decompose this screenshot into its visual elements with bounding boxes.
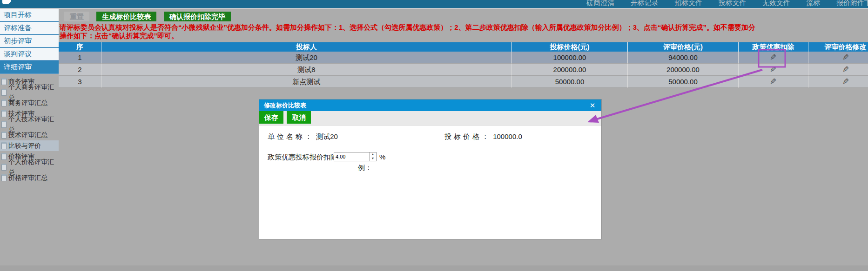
spinner-up-icon[interactable]: ▲ [370, 152, 376, 157]
clipboard-icon [1, 110, 7, 117]
modify-price-comparison-dialog: 修改标价比较表 ✕ 保存 取消 单位名称： 测试20 投标价格： 100000.… [259, 99, 602, 239]
sidebar-sub-compare-evaluate[interactable]: 比较与评价 [0, 140, 59, 151]
edit-review-price-icon[interactable]: ✎ [842, 52, 849, 64]
clipboard-icon [1, 132, 7, 139]
col-review-price-modify: 评审价格修改 [808, 42, 868, 52]
sidebar-item-preliminary-review[interactable]: 初步评审 [0, 35, 59, 48]
unit-name-field: 单位名称： 测试20 [268, 132, 338, 141]
menu-bid-documents[interactable]: 投标文件 [719, 0, 747, 7]
dialog-body: 单位名称： 测试20 投标价格： 100000.0 政策优惠投标报价扣除比 例：… [259, 125, 601, 239]
col-bidder: 投标人 [101, 42, 512, 52]
table-row[interactable]: 2 测试8 200000.00 200000.00 ✎ ✎ [59, 64, 868, 76]
top-bar: 磋商澄清 开标记录 招标文件 投标文件 无效文件 流标 报价附件下载 [0, 0, 868, 9]
sidebar-item-project-bid-opening[interactable]: 项目开标 [0, 9, 59, 22]
edit-policy-deduction-icon[interactable]: ✎ [770, 64, 776, 76]
clipboard-icon [1, 89, 7, 96]
menu-consult-clarify[interactable]: 磋商澄清 [586, 0, 614, 7]
table-row[interactable]: 3 新点测试 50000.00 50000.00 ✎ ✎ [59, 76, 868, 88]
sidebar-sub-personal-business-summary[interactable]: 个人商务评审汇总 [0, 87, 59, 98]
sidebar-sub-personal-technical-summary[interactable]: 个人技术评审汇总 [0, 119, 59, 130]
menu-price-attachment-download[interactable]: 报价附件下载 [836, 0, 868, 7]
bottom-strip [0, 265, 868, 271]
unit-name-value: 测试20 [316, 132, 338, 140]
bid-price-label: 投标价格： [444, 132, 491, 140]
menu-tender-documents[interactable]: 招标文件 [674, 0, 702, 7]
dialog-title: 修改标价比较表 [264, 102, 306, 109]
notice-line-1: 请评标委员会认真核对投标人是否符合“小微残狱企业”优惠加分条件。如需加分操作如下… [60, 23, 755, 32]
sidebar-sub-personal-price-summary[interactable]: 个人价格评审汇总 [0, 162, 59, 172]
col-policy-deduction: 政策优惠扣除 [739, 42, 808, 52]
toolbar: 重置 生成标价比较表 确认报价扣除完毕 [59, 12, 231, 21]
spinner-down-icon[interactable]: ▼ [370, 157, 376, 161]
menu-invalid-documents[interactable]: 无效文件 [762, 0, 790, 7]
notice-text: 请评标委员会认真核对投标人是否符合“小微残狱企业”优惠加分条件。如需加分操作如下… [60, 23, 755, 40]
app-logo-icon [2, 0, 11, 4]
col-bid-price: 投标价格(元) [512, 42, 628, 52]
edit-policy-deduction-icon[interactable]: ✎ [770, 52, 776, 64]
percent-sign: % [379, 153, 385, 161]
menu-failed-bid[interactable]: 流标 [807, 0, 821, 7]
edit-review-price-icon[interactable]: ✎ [842, 76, 849, 88]
table-header-row: 序 投标人 投标价格(元) 评审价格(元) 政策优惠扣除 评审价格修改 [59, 42, 868, 52]
confirm-price-deduction-button[interactable]: 确认报价扣除完毕 [164, 12, 231, 21]
save-button[interactable]: 保存 [259, 111, 283, 124]
clipboard-icon [1, 99, 7, 106]
deduction-ratio-label-line2: 例： [358, 164, 372, 172]
reset-button[interactable]: 重置 [64, 12, 89, 21]
sidebar-sub-list: 商务评审 个人商务评审汇总 商务评审汇总 技术评审 个人技术评审汇总 技术评审汇… [0, 76, 59, 183]
table-row[interactable]: 1 测试20 100000.00 94000.00 ✎ ✎ [59, 52, 868, 64]
col-seq: 序 [59, 42, 101, 52]
deduction-ratio-spinner: ▲ ▼ [334, 152, 377, 161]
col-review-price: 评审价格(元) [628, 42, 739, 52]
clipboard-icon [1, 164, 7, 171]
close-icon[interactable]: ✕ [588, 99, 597, 111]
top-menu: 磋商澄清 开标记录 招标文件 投标文件 无效文件 流标 报价附件下载 [572, 0, 868, 7]
clipboard-icon [1, 78, 7, 85]
clipboard-icon [1, 174, 7, 181]
sidebar-item-detailed-review[interactable]: 详细评审 [0, 61, 59, 74]
bid-comparison-table: 序 投标人 投标价格(元) 评审价格(元) 政策优惠扣除 评审价格修改 1 测试… [59, 42, 868, 88]
dialog-title-bar[interactable]: 修改标价比较表 ✕ [259, 99, 601, 111]
sidebar-item-evaluation-prep[interactable]: 评标准备 [0, 22, 59, 35]
cancel-button[interactable]: 取消 [287, 111, 311, 124]
clipboard-icon [1, 121, 7, 128]
clipboard-icon [1, 153, 7, 160]
spinner-buttons: ▲ ▼ [369, 152, 376, 161]
deduction-ratio-input[interactable] [334, 152, 371, 161]
sidebar: 项目开标 评标准备 初步评审 谈判评议 详细评审 商务评审 个人商务评审汇总 商… [0, 9, 59, 271]
dialog-toolbar: 保存 取消 [259, 111, 601, 126]
edit-policy-deduction-icon[interactable]: ✎ [770, 76, 776, 88]
edit-review-price-icon[interactable]: ✎ [842, 64, 849, 76]
clipboard-icon [1, 142, 7, 149]
bid-price-value: 100000.0 [493, 132, 522, 140]
bid-price-field: 投标价格： 100000.0 [444, 132, 522, 141]
sidebar-item-negotiation-review[interactable]: 谈判评议 [0, 48, 59, 61]
generate-price-comparison-button[interactable]: 生成标价比较表 [96, 12, 156, 21]
unit-name-label: 单位名称： [268, 132, 314, 140]
notice-line-2: 操作如下：点击“确认折算完成”即可。 [60, 32, 755, 40]
deduction-ratio-label-line1: 政策优惠投标报价扣除比 [268, 153, 344, 162]
menu-bid-opening-record[interactable]: 开标记录 [631, 0, 659, 7]
